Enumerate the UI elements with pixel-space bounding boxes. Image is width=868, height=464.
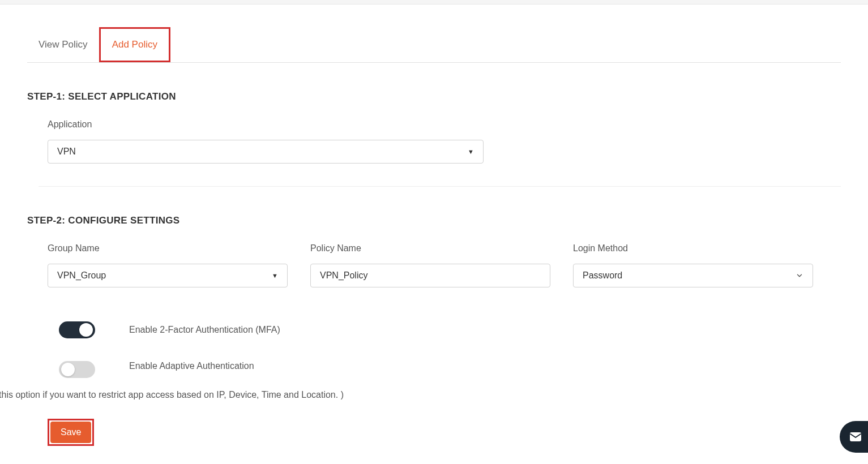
- save-button[interactable]: Save: [50, 422, 91, 443]
- mfa-toggle-row: Enable 2-Factor Authentication (MFA): [48, 321, 841, 338]
- policy-name-label: Policy Name: [310, 243, 550, 254]
- mfa-toggle[interactable]: [59, 321, 95, 338]
- group-name-value: VPN_Group: [57, 270, 106, 281]
- policy-name-column: Policy Name: [310, 243, 550, 287]
- step2-form: Group Name VPN_Group ▼ Policy Name Login…: [48, 243, 841, 287]
- login-method-label: Login Method: [573, 243, 813, 254]
- dropdown-arrow-icon: ▼: [468, 148, 474, 155]
- step1-title: STEP-1: SELECT APPLICATION: [27, 91, 841, 102]
- section-divider: [39, 186, 841, 187]
- adaptive-toggle-row: Enable Adaptive Authentication: [48, 361, 841, 378]
- adaptive-description: ( Enable this option if you want to rest…: [0, 388, 841, 402]
- step2-title: STEP-2: CONFIGURE SETTINGS: [27, 215, 841, 226]
- adaptive-toggle-label: Enable Adaptive Authentication: [129, 361, 254, 371]
- policy-name-input[interactable]: [310, 264, 550, 287]
- group-name-select[interactable]: VPN_Group ▼: [48, 264, 288, 287]
- application-select[interactable]: VPN ▼: [48, 140, 484, 164]
- toggle-knob: [79, 323, 93, 337]
- tab-view-policy[interactable]: View Policy: [27, 27, 99, 62]
- mfa-toggle-label: Enable 2-Factor Authentication (MFA): [129, 325, 280, 335]
- adaptive-toggle[interactable]: [59, 361, 95, 378]
- group-name-column: Group Name VPN_Group ▼: [48, 243, 288, 287]
- toggle-knob: [61, 363, 75, 376]
- login-method-value: Password: [583, 270, 622, 281]
- chevron-down-icon: [796, 272, 803, 280]
- login-method-column: Login Method Password: [573, 243, 813, 287]
- tab-add-policy[interactable]: Add Policy: [99, 27, 170, 62]
- adaptive-text-block: Enable Adaptive Authentication: [129, 361, 841, 371]
- toggle-section: Enable 2-Factor Authentication (MFA) Ena…: [48, 321, 841, 402]
- application-value: VPN: [57, 147, 76, 157]
- login-method-select[interactable]: Password: [573, 264, 813, 287]
- application-label: Application: [48, 119, 841, 130]
- dropdown-arrow-icon: ▼: [272, 272, 278, 279]
- group-name-label: Group Name: [48, 243, 288, 254]
- step1-form: Application VPN ▼: [48, 119, 841, 164]
- chat-widget-button[interactable]: [840, 421, 868, 453]
- envelope-icon: [849, 430, 862, 444]
- save-button-highlight: Save: [48, 419, 94, 446]
- tabs-container: View Policy Add Policy: [27, 27, 841, 63]
- top-divider: [0, 0, 868, 5]
